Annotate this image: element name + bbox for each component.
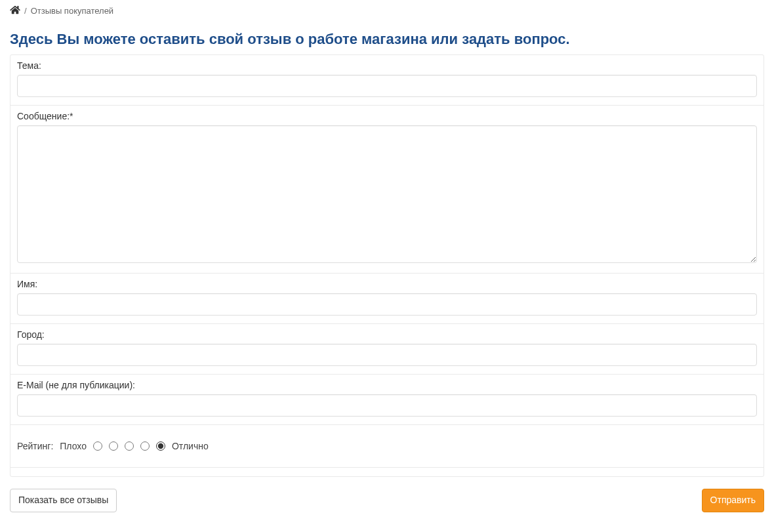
rating-good: Отлично: [172, 441, 209, 451]
review-form: Тема: Сообщение:* Имя: Город: E-Mail (не…: [10, 54, 764, 477]
rating-row: Рейтинг: Плохо Отлично: [10, 425, 764, 467]
action-row: Показать все отзывы Отправить: [10, 489, 764, 512]
submit-button[interactable]: Отправить: [702, 489, 764, 512]
rating-radios: [93, 441, 165, 451]
name-label: Имя:: [17, 279, 757, 289]
rating-5-radio[interactable]: [156, 441, 165, 451]
rating-3-radio[interactable]: [125, 441, 134, 451]
field-email: E-Mail (не для публикации):: [10, 375, 764, 425]
email-label: E-Mail (не для публикации):: [17, 380, 757, 390]
rating-4-radio[interactable]: [140, 441, 150, 451]
rating-2-radio[interactable]: [109, 441, 118, 451]
panel-footer-band: [10, 467, 764, 476]
email-input[interactable]: [17, 394, 757, 417]
breadcrumb-sep: /: [24, 6, 27, 16]
subject-label: Тема:: [17, 60, 757, 71]
home-icon[interactable]: [10, 5, 20, 16]
rating-label: Рейтинг:: [17, 441, 53, 451]
breadcrumb-current: Отзывы покупателей: [31, 6, 114, 16]
show-all-button[interactable]: Показать все отзывы: [10, 489, 117, 512]
rating-bad: Плохо: [60, 441, 87, 451]
field-subject: Тема:: [10, 55, 764, 106]
message-label: Сообщение:*: [17, 111, 757, 121]
message-input[interactable]: [17, 125, 757, 263]
page-title: Здесь Вы можете оставить свой отзыв о ра…: [10, 31, 764, 48]
field-city: Город:: [10, 324, 764, 375]
name-input[interactable]: [17, 293, 757, 316]
field-message: Сообщение:*: [10, 106, 764, 274]
rating-1-radio[interactable]: [93, 441, 102, 451]
subject-input[interactable]: [17, 75, 757, 97]
breadcrumb: / Отзывы покупателей: [10, 0, 764, 22]
city-input[interactable]: [17, 344, 757, 366]
city-label: Город:: [17, 329, 757, 340]
field-name: Имя:: [10, 274, 764, 324]
